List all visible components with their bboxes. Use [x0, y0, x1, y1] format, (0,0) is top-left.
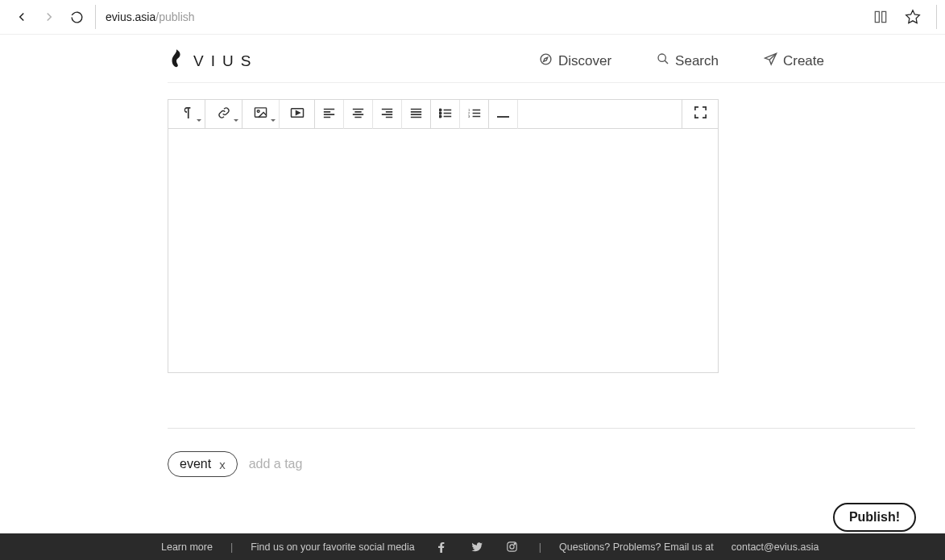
editor: 123: [168, 99, 719, 373]
browser-chrome: evius.asia/publish: [0, 0, 945, 35]
align-center-icon: [352, 107, 364, 122]
align-right-button[interactable]: [373, 100, 402, 129]
facebook-icon[interactable]: [433, 538, 450, 556]
back-button[interactable]: [8, 3, 35, 31]
align-right-icon: [381, 107, 393, 122]
align-left-icon: [323, 107, 335, 122]
svg-point-12: [510, 545, 514, 549]
site-header: VIUS Discover Search Create: [168, 35, 945, 83]
insert-video-button[interactable]: [280, 100, 315, 129]
url-host: evius.asia: [106, 10, 155, 23]
svg-point-7: [439, 115, 441, 117]
unordered-list-button[interactable]: [431, 100, 460, 129]
align-justify-button[interactable]: [402, 100, 431, 129]
address-bar[interactable]: evius.asia/publish: [106, 10, 195, 23]
footer: Learn more | Find us on your favorite so…: [0, 533, 945, 560]
tag-remove-button[interactable]: x: [219, 458, 226, 471]
paragraph-style-button[interactable]: [168, 100, 205, 129]
svg-text:3: 3: [468, 114, 470, 118]
publish-button[interactable]: Publish!: [833, 503, 916, 532]
compass-icon: [539, 52, 553, 70]
forward-button: [35, 3, 63, 31]
paper-plane-icon: [764, 52, 777, 70]
insert-image-button[interactable]: [242, 100, 280, 129]
toolbar-spacer: [518, 100, 682, 129]
url-path: publish: [159, 10, 194, 23]
fullscreen-icon: [694, 106, 707, 122]
fullscreen-button[interactable]: [682, 100, 718, 129]
nav-discover[interactable]: Discover: [539, 52, 611, 70]
footer-learn-more[interactable]: Learn more: [161, 541, 213, 553]
twitter-icon[interactable]: [468, 538, 486, 556]
horizontal-rule-icon: [497, 107, 509, 122]
footer-separator-2: |: [539, 541, 541, 553]
footer-questions: Questions? Problems? Email us at: [559, 541, 714, 553]
svg-point-5: [439, 109, 441, 110]
svg-point-1: [658, 54, 665, 61]
instagram-icon[interactable]: [504, 538, 521, 556]
align-justify-icon: [410, 107, 422, 122]
video-icon: [290, 107, 305, 122]
insert-link-button[interactable]: [205, 100, 242, 129]
brand-name: VIUS: [193, 52, 258, 70]
add-tag-input[interactable]: [249, 457, 346, 471]
reader-mode-icon[interactable]: [867, 3, 894, 31]
nav-create[interactable]: Create: [764, 52, 824, 70]
ordered-list-button[interactable]: 123: [460, 100, 489, 129]
url-separator: [95, 5, 96, 29]
tag-label: event: [180, 457, 211, 471]
nav-create-label: Create: [783, 53, 824, 69]
footer-find-us: Find us on your favorite social media: [251, 541, 415, 553]
svg-point-0: [541, 54, 551, 64]
nav-search-label: Search: [675, 53, 719, 69]
horizontal-rule-button[interactable]: [489, 100, 518, 129]
bookmark-star-icon[interactable]: [899, 3, 926, 31]
footer-email[interactable]: contact@evius.asia: [732, 541, 819, 553]
reload-button[interactable]: [63, 3, 90, 31]
nav-discover-label: Discover: [558, 53, 611, 69]
svg-point-6: [439, 112, 441, 114]
editor-toolbar: 123: [168, 100, 718, 129]
section-divider: [168, 428, 915, 429]
paragraph-icon: [182, 107, 192, 122]
unordered-list-icon: [439, 107, 452, 122]
svg-point-13: [514, 543, 515, 544]
ordered-list-icon: 123: [468, 107, 481, 122]
align-left-button[interactable]: [315, 100, 344, 129]
image-icon: [254, 106, 267, 122]
flame-icon: [168, 49, 185, 73]
nav-search[interactable]: Search: [657, 52, 719, 70]
footer-separator: |: [230, 541, 233, 553]
brand[interactable]: VIUS: [168, 49, 258, 73]
editor-body[interactable]: [168, 129, 718, 372]
search-icon: [657, 52, 669, 69]
right-separator: [936, 5, 937, 29]
tag-chip: event x: [168, 451, 238, 477]
link-icon: [218, 106, 230, 122]
tags-row: event x: [168, 451, 945, 477]
svg-point-3: [257, 110, 259, 113]
align-center-button[interactable]: [344, 100, 373, 129]
